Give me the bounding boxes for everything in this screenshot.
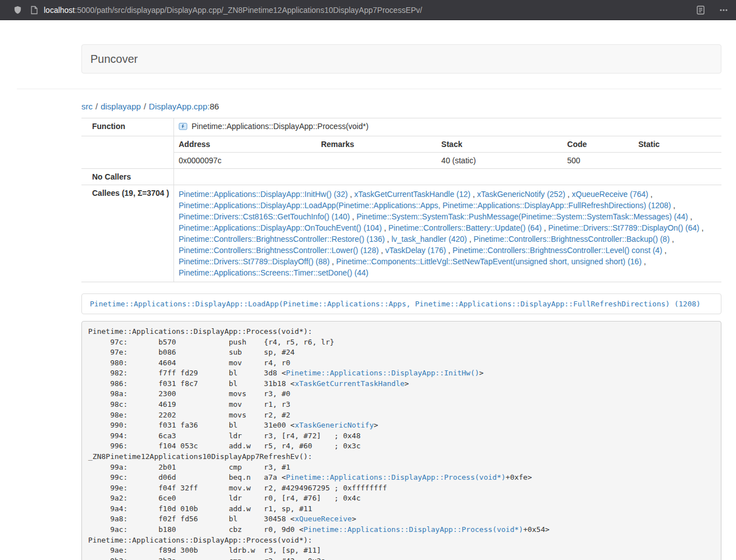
callee-link[interactable]: Pinetime::Controllers::BrightnessControl… [179,246,378,255]
callee-link[interactable]: Pinetime::System::SystemTask::PushMessag… [356,212,688,221]
callees-list: Pinetime::Applications::DisplayApp::Init… [174,185,721,282]
remarks-value [317,153,437,169]
callee-link[interactable]: Pinetime::Drivers::St7789::DisplayOn() (… [548,223,700,232]
static-value [634,153,721,169]
page-info-icon[interactable] [30,6,38,15]
page-content: Puncover src/displayapp/DisplayApp.cpp:8… [0,44,736,560]
function-name: Pinetime::Applications::DisplayApp::Proc… [191,122,368,131]
stats-row-label [81,136,174,169]
stats-table: Address Remarks Stack Code Static 0x0000… [174,136,721,168]
stats-row: Address Remarks Stack Code Static 0x0000… [81,136,721,169]
column-header-stack: Stack [437,136,563,153]
callee-link[interactable]: Pinetime::Drivers::Cst816S::GetTouchInfo… [179,212,350,221]
callees-label: Callees (19, Σ=3704 ) [81,185,174,282]
code-value: 500 [563,153,634,169]
stats-header-row: Address Remarks Stack Code Static [174,136,721,153]
callee-link[interactable]: Pinetime::Applications::DisplayApp::OnTo… [179,223,382,232]
no-callers-label: No Callers [81,169,174,185]
column-header-address: Address [174,136,316,153]
callee-link[interactable]: Pinetime::Drivers::St7789::DisplayOff() … [179,257,330,266]
disasm-symbol-link[interactable]: Pinetime::Applications::DisplayApp::Proc… [286,473,505,481]
disasm-symbol-link[interactable]: Pinetime::Applications::DisplayApp::Proc… [304,525,523,534]
function-label: Function [81,118,174,136]
function-cell: Pinetime::Applications::DisplayApp::Proc… [174,118,721,136]
breadcrumb-separator: / [95,102,98,111]
callee-link[interactable]: xTaskGenericNotify (252) [477,190,565,199]
function-row: Function Pinetime::Applications::Display… [81,118,721,136]
breadcrumb-link-src[interactable]: src [81,102,93,111]
selected-symbol-box: Pinetime::Applications::DisplayApp::Load… [81,293,721,314]
callee-link[interactable]: Pinetime::Applications::DisplayApp::Load… [179,201,671,210]
shield-icon[interactable] [13,6,22,15]
breadcrumb-line-number: 86 [209,102,219,111]
callee-link[interactable]: lv_task_handler (420) [391,235,467,244]
function-table: Function Pinetime::Applications::Display… [81,118,721,282]
disasm-symbol-link[interactable]: xTaskGenericNotify [295,421,374,429]
overflow-menu-icon[interactable] [719,6,728,15]
breadcrumb-separator: / [144,102,146,111]
navbar: Puncover [81,44,721,74]
function-type-icon [179,122,188,132]
browser-toolbar: localhost:5000/path/src/displayapp/Displ… [0,0,736,20]
address-value: 0x0000097c [174,153,316,169]
reader-mode-icon[interactable] [697,6,705,15]
url-bar[interactable]: localhost:5000/path/src/displayapp/Displ… [44,6,422,15]
breadcrumb-link-displayapp[interactable]: displayapp [100,102,141,111]
stats-values-row: 0x0000097c 40 (static) 500 [174,153,721,169]
callee-link[interactable]: Pinetime::Controllers::BrightnessControl… [452,246,662,255]
divider [17,89,721,89]
callee-link[interactable]: Pinetime::Controllers::BrightnessControl… [473,235,669,244]
breadcrumb: src/displayapp/DisplayApp.cpp:86 [81,102,721,111]
breadcrumb-link-file[interactable]: DisplayApp.cpp: [149,102,209,111]
url-host: localhost [44,6,75,15]
no-callers-row: No Callers [81,169,721,185]
disasm-symbol-link[interactable]: xQueueReceive [295,515,352,523]
column-header-static: Static [634,136,721,153]
callee-link[interactable]: xTaskGetCurrentTaskHandle (12) [354,190,470,199]
toolbar-actions [697,6,728,15]
column-header-remarks: Remarks [317,136,437,153]
callees-row: Callees (19, Σ=3704 ) Pinetime::Applicat… [81,185,721,282]
site-title[interactable]: Puncover [90,53,138,66]
callee-link[interactable]: xQueueReceive (764) [572,190,648,199]
url-path: :5000/path/src/displayapp/DisplayApp.cpp… [75,6,422,15]
callee-link[interactable]: Pinetime::Applications::DisplayApp::Init… [179,190,348,199]
callee-link[interactable]: Pinetime::Applications::Screens::Timer::… [179,268,368,277]
callee-link[interactable]: Pinetime::Controllers::Battery::Update()… [388,223,542,232]
callee-link[interactable]: Pinetime::Controllers::BrightnessControl… [179,235,385,244]
no-callers-cell [174,169,721,185]
disasm-symbol-link[interactable]: Pinetime::Applications::DisplayApp::Init… [286,369,479,377]
disassembly: Pinetime::Applications::DisplayApp::Proc… [81,321,721,560]
selected-symbol-link[interactable]: Pinetime::Applications::DisplayApp::Load… [90,300,701,308]
disasm-symbol-link[interactable]: xTaskGetCurrentTaskHandle [295,379,405,388]
column-header-code: Code [563,136,634,153]
stack-value: 40 (static) [437,153,563,169]
callee-link[interactable]: vTaskDelay (176) [385,246,446,255]
callee-link[interactable]: Pinetime::Components::LittleVgl::SetNewT… [336,257,642,266]
